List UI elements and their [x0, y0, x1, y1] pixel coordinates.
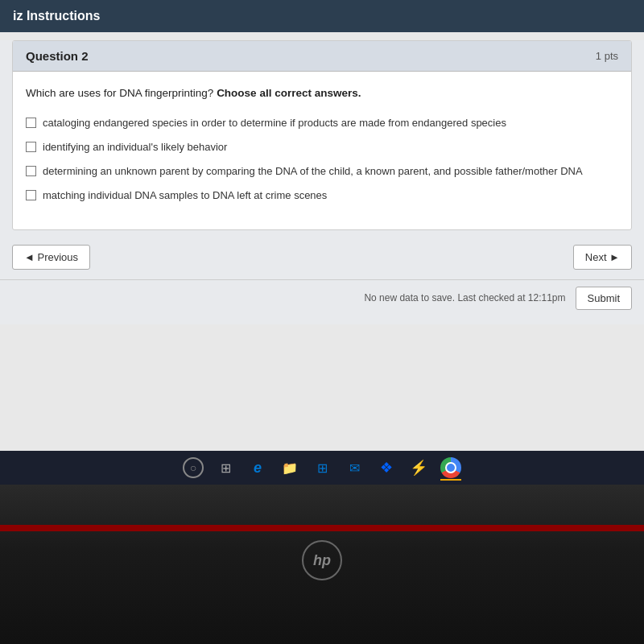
quiz-area: Question 2 1 pts Which are uses for DNA …	[0, 40, 644, 324]
answer-option-3[interactable]: determining an unknown parent by compari…	[26, 164, 618, 179]
taskbar-store-icon[interactable]: ⊞	[312, 457, 332, 478]
page-header: iz Instructions	[0, 0, 644, 32]
red-strip	[0, 525, 644, 531]
nav-bar: ◄ Previous Next ►	[0, 238, 644, 276]
checkbox-2[interactable]	[26, 142, 36, 152]
laptop-bottom: hp	[0, 485, 644, 644]
answer-option-1[interactable]: cataloging endangered species in order t…	[26, 116, 618, 130]
submit-button[interactable]: Submit	[576, 287, 632, 310]
taskbar-edge-icon[interactable]: e	[247, 457, 268, 478]
previous-button[interactable]: ◄ Previous	[12, 245, 90, 270]
answer-label-3: determining an unknown parent by compari…	[43, 164, 583, 179]
question-body: Which are uses for DNA fingerprinting? C…	[13, 72, 631, 229]
answer-option-4[interactable]: matching individual DNA samples to DNA l…	[26, 188, 618, 203]
question-text: Which are uses for DNA fingerprinting? C…	[26, 86, 618, 101]
taskbar-bolt-icon[interactable]: ⚡	[408, 457, 429, 478]
answer-label-4: matching individual DNA samples to DNA l…	[43, 188, 327, 203]
taskbar: ○ ⊞ e 📁 ⊞ ✉ ❖ ⚡	[0, 451, 644, 485]
answer-label-2: identifying an individual's likely behav…	[43, 140, 227, 155]
answer-label-1: cataloging endangered species in order t…	[43, 116, 506, 130]
taskbar-dropbox-icon[interactable]: ❖	[376, 457, 397, 478]
header-title: iz Instructions	[13, 9, 100, 23]
checkbox-1[interactable]	[26, 118, 36, 128]
taskbar-search-icon[interactable]: ○	[183, 457, 204, 478]
question-instruction: Choose all correct answers.	[217, 87, 361, 99]
question-header: Question 2 1 pts	[13, 41, 631, 72]
footer-status: No new data to save. Last checked at 12:…	[364, 292, 565, 303]
taskbar-chrome-icon[interactable]	[440, 457, 461, 478]
taskbar-mail-icon[interactable]: ✉	[344, 457, 365, 478]
checkbox-4[interactable]	[26, 190, 36, 200]
taskbar-chrome-wrapper[interactable]	[440, 457, 461, 478]
question-card: Question 2 1 pts Which are uses for DNA …	[12, 40, 632, 230]
hp-logo: hp	[302, 540, 342, 580]
checkbox-3[interactable]	[26, 166, 36, 176]
next-button[interactable]: Next ►	[573, 245, 632, 270]
chrome-active-indicator	[440, 479, 461, 481]
taskbar-explorer-icon[interactable]: 📁	[279, 457, 300, 478]
footer-bar: No new data to save. Last checked at 12:…	[0, 279, 644, 316]
question-title: Question 2	[26, 49, 89, 63]
question-points: 1 pts	[596, 50, 618, 62]
answer-option-2[interactable]: identifying an individual's likely behav…	[26, 140, 618, 155]
taskbar-widgets-icon[interactable]: ⊞	[215, 457, 236, 478]
